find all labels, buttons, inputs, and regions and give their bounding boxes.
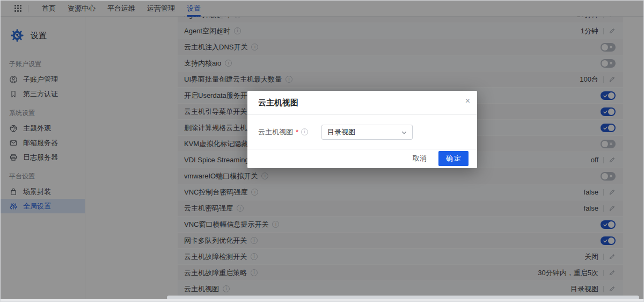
dialog-footer: 取消 确定 [247,149,477,168]
cancel-button[interactable]: 取消 [413,154,427,163]
chevron-down-icon [401,130,407,138]
cloud-host-view-field-label: 云主机视图 * i [258,127,321,137]
dialog-title: 云主机视图 [258,98,298,108]
horizontal-scrollbar-track [1,299,643,301]
close-icon[interactable]: × [465,97,470,105]
info-icon: i [301,128,308,135]
dialog-header: 云主机视图 × [247,91,477,115]
cloud-host-view-select[interactable]: 目录视图 [321,125,413,140]
field-label-text: 云主机视图 [258,127,293,137]
app-window: Agent升级超时i10分钟Agent空闲超时i1分钟云主机注入DNS开关i支持… [0,0,644,302]
required-asterisk: * [296,128,298,136]
dialog-body: 云主机视图 * i 目录视图 [247,115,477,149]
cloud-host-view-dialog: 云主机视图 × 云主机视图 * i 目录视图 取消 确定 [247,91,477,168]
select-value: 目录视图 [327,127,355,137]
confirm-button[interactable]: 确定 [438,151,469,166]
